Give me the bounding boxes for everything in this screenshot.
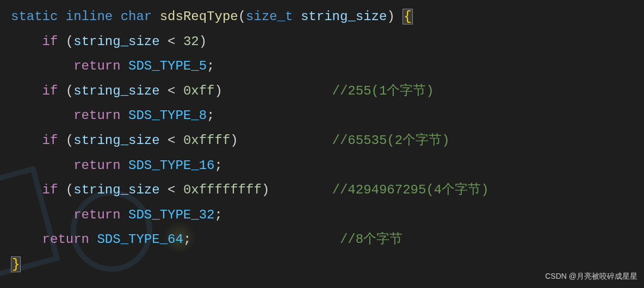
param-name: string_size (301, 9, 387, 24)
constant: SDS_TYPE_64 (97, 232, 183, 247)
code-line-3: return SDS_TYPE_5; (11, 54, 644, 79)
keyword-if: if (42, 183, 58, 197)
operator-lt: < (168, 183, 175, 197)
code-line-4: if (string_size < 0xff) //255(1个字节) (11, 79, 644, 104)
keyword-return: return (73, 108, 120, 123)
number-literal: 0xffff (183, 133, 230, 148)
code-line-5: return SDS_TYPE_8; (11, 103, 644, 128)
operator-lt: < (168, 133, 175, 148)
code-line-6: if (string_size < 0xffff) //65535(2个字节) (11, 128, 644, 153)
number-literal: 32 (183, 34, 199, 49)
keyword-if: if (42, 84, 58, 98)
operator-lt: < (168, 84, 175, 98)
comment: //65535(2个字节) (332, 133, 450, 148)
keyword-return: return (73, 208, 120, 222)
keyword-return: return (73, 59, 120, 73)
code-line-2: if (string_size < 32) (11, 29, 644, 54)
keyword-static: static (11, 9, 58, 24)
comment: //255(1个字节) (332, 84, 434, 98)
constant: SDS_TYPE_5 (128, 59, 207, 73)
brace-close: } (11, 256, 21, 272)
param-type: size_t (246, 9, 293, 24)
number-literal: 0xffffffff (183, 183, 262, 197)
comment: //8个字节 (340, 232, 403, 247)
variable: string_size (73, 133, 159, 148)
comment: //4294967295(4个字节) (332, 183, 489, 197)
keyword-return: return (42, 232, 89, 247)
operator-lt: < (168, 34, 175, 49)
constant: SDS_TYPE_16 (128, 158, 214, 173)
keyword-char: char (121, 9, 152, 24)
watermark-text: CSDN @月亮被咬碎成星星 (545, 269, 637, 284)
keyword-if: if (42, 34, 58, 49)
code-line-7: return SDS_TYPE_16; (11, 153, 644, 178)
keyword-if: if (42, 133, 58, 148)
paren-open: ( (238, 9, 246, 24)
keyword-return: return (73, 158, 120, 173)
code-line-10: return SDS_TYPE_64; //8个字节 (11, 227, 644, 252)
constant: SDS_TYPE_32 (128, 208, 214, 222)
variable: string_size (73, 183, 159, 197)
code-line-8: if (string_size < 0xffffffff) //42949672… (11, 178, 644, 203)
code-editor[interactable]: static inline char sdsReqType(size_t str… (0, 4, 644, 277)
code-line-9: return SDS_TYPE_32; (11, 203, 644, 228)
keyword-inline: inline (66, 9, 113, 24)
variable: string_size (73, 34, 159, 49)
brace-open: { (403, 9, 412, 24)
constant: SDS_TYPE_8 (128, 108, 207, 123)
code-line-1: static inline char sdsReqType(size_t str… (11, 4, 644, 29)
function-name: sdsReqType (160, 9, 238, 24)
variable: string_size (73, 84, 159, 98)
paren-close: ) (387, 9, 394, 24)
number-literal: 0xff (183, 84, 215, 98)
